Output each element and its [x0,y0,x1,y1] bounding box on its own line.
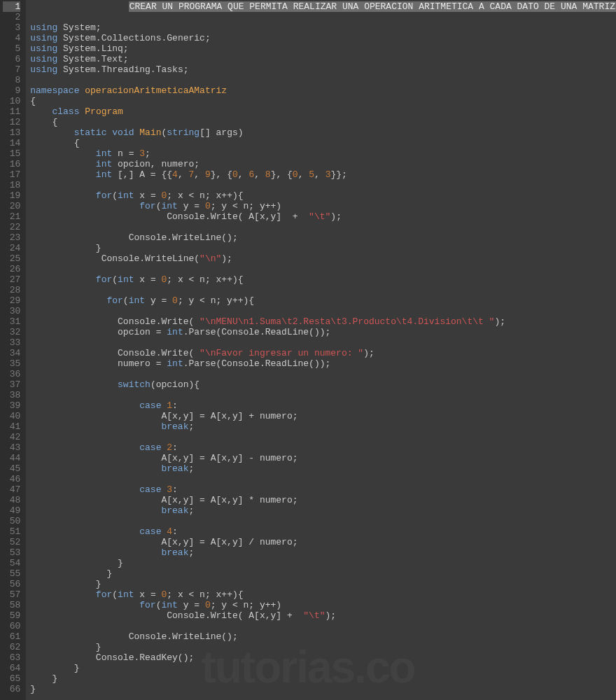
code-line[interactable]: Console.WriteLine(); [30,232,616,243]
code-line[interactable]: using System.Linq; [30,43,616,54]
code-line[interactable]: break; [30,421,616,432]
code-line[interactable]: } [30,579,616,589]
code-line[interactable]: opcion = int.Parse(Console.ReadLine()); [30,327,616,337]
code-line[interactable] [30,390,616,400]
code-line[interactable]: for(int y = 0; y < n; y++) [30,600,616,610]
code-line[interactable]: } [30,558,616,568]
token-pn: ); [363,348,374,358]
token-pn [30,526,139,537]
code-line[interactable]: } [30,663,616,673]
code-line[interactable] [30,180,616,190]
code-line[interactable]: case 2: [30,442,616,453]
line-number: 50 [3,516,20,526]
code-line[interactable]: Console.WriteLine("\n"); [30,253,616,264]
code-line[interactable]: int n = 3; [30,148,616,159]
line-number: 7 [3,64,20,75]
code-line[interactable]: { [30,117,616,127]
code-line[interactable]: Console.Write( A[x,y] + "\t"); [30,610,616,621]
token-type: int [96,148,112,159]
code-line[interactable]: CREAR UN PROGRAMA QUE PERMITA REALIZAR U… [30,1,616,12]
line-number: 43 [3,442,20,453]
code-line[interactable] [30,264,616,274]
token-num: 0 [293,169,298,180]
code-line[interactable]: A[x,y] = A[x,y] + numero; [30,411,616,421]
code-line[interactable]: static void Main(string[] args) [30,127,616,138]
token-pn: ); [221,253,232,264]
code-area[interactable]: CREAR UN PROGRAMA QUE PERMITA REALIZAR U… [26,0,616,700]
token-pn: } [30,579,101,589]
code-line[interactable]: break; [30,547,616,558]
code-line[interactable] [30,369,616,379]
token-pn: x = [134,274,161,285]
code-line[interactable]: A[x,y] = A[x,y] * numero; [30,495,616,505]
code-line[interactable]: A[x,y] = A[x,y] - numero; [30,453,616,463]
token-pn: numero = [30,358,167,369]
line-number: 3 [3,22,20,33]
code-line[interactable]: numero = int.Parse(Console.ReadLine()); [30,358,616,369]
code-line[interactable] [30,432,616,442]
code-line[interactable]: using System.Collections.Generic; [30,33,616,43]
code-line[interactable]: for(int x = 0; x < n; x++){ [30,190,616,201]
line-number: 25 [3,253,20,264]
code-line[interactable]: using System.Text; [30,54,616,64]
code-line[interactable]: } [30,673,616,684]
line-number: 11 [3,106,20,117]
line-number: 41 [3,421,20,432]
code-line[interactable]: for(int x = 0; x < n; x++){ [30,589,616,600]
code-line[interactable]: Console.Write( "\nFavor ingresar un nume… [30,348,616,358]
code-line[interactable]: int opcion, numero; [30,159,616,169]
line-number: 10 [3,96,20,106]
token-pn: ; y < n; y++) [211,201,281,211]
code-line[interactable] [30,516,616,526]
code-line[interactable]: break; [30,505,616,516]
line-number: 55 [3,568,20,579]
token-kw: break [161,463,188,474]
code-line[interactable]: using System.Threading.Tasks; [30,64,616,75]
token-type: string [167,127,200,138]
line-number: 53 [3,547,20,558]
line-number: 19 [3,190,20,201]
token-sel: CREAR UN PROGRAMA QUE PERMITA REALIZAR U… [129,1,616,12]
code-line[interactable]: for(int y = 0; y < n; y++){ [30,295,616,306]
code-line[interactable]: break; [30,463,616,474]
code-line[interactable]: switch(opcion){ [30,379,616,390]
code-line[interactable]: Console.WriteLine(); [30,631,616,642]
code-line[interactable]: { [30,138,616,148]
code-line[interactable]: { [30,96,616,106]
code-editor[interactable]: 1234567891011121314151617181920212223242… [0,0,616,700]
code-line[interactable]: Console.Write( "\nMENU\n1.Suma\t2.Resta\… [30,316,616,327]
code-line[interactable] [30,285,616,295]
line-number: 14 [3,138,20,148]
code-line[interactable]: using System; [30,22,616,33]
code-line[interactable]: for(int x = 0; x < n; x++){ [30,274,616,285]
token-pn: Console.WriteLine( [30,253,200,264]
code-line[interactable] [30,12,616,22]
code-line[interactable]: } [30,568,616,579]
code-line[interactable]: Console.Write( A[x,y] + "\t"); [30,211,616,222]
code-line[interactable]: case 1: [30,400,616,411]
token-pn: opcion = [30,327,167,337]
code-line[interactable] [30,337,616,348]
token-kw: using [30,64,57,75]
code-line[interactable]: case 3: [30,484,616,495]
code-line[interactable] [30,75,616,85]
token-pn: , [254,169,265,180]
code-line[interactable]: } [30,243,616,253]
code-line[interactable]: Console.ReadKey(); [30,652,616,663]
code-line[interactable]: } [30,642,616,652]
code-line[interactable]: for(int y = 0; y < n; y++) [30,201,616,211]
code-line[interactable]: int [,] A = {{4, 7, 9}, {0, 6, 8}, {0, 5… [30,169,616,180]
code-line[interactable] [30,222,616,232]
code-line[interactable] [30,621,616,631]
token-pn: .Parse(Console.ReadLine()); [183,327,331,337]
code-line[interactable]: A[x,y] = A[x,y] / numero; [30,537,616,547]
token-pn: : [172,442,178,453]
code-line[interactable] [30,306,616,316]
token-pn: Console.WriteLine(); [30,631,237,642]
code-line[interactable]: } [30,684,616,694]
code-line[interactable] [30,474,616,484]
token-pn: : [172,526,178,537]
code-line[interactable]: case 4: [30,526,616,537]
code-line[interactable]: class Program [30,106,616,117]
code-line[interactable]: namespace operacionAritmeticaAMatriz [30,85,616,96]
